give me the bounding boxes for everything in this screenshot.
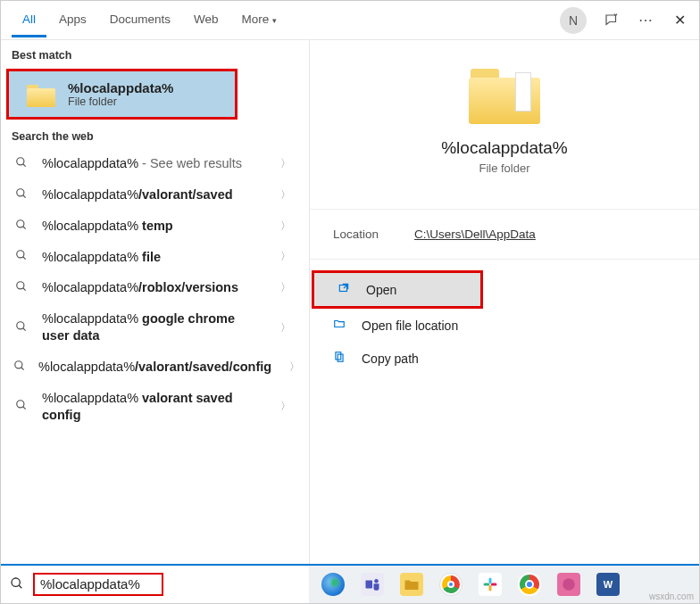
close-icon[interactable]: ✕ xyxy=(671,12,688,29)
watermark: wsxdn.com xyxy=(649,592,694,601)
svg-point-4 xyxy=(17,219,24,227)
best-match-result[interactable]: %localappdata% File folder xyxy=(6,69,238,120)
action-copy-path[interactable]: Copy path xyxy=(310,342,699,375)
svg-line-3 xyxy=(23,195,26,198)
location-row: Location C:\Users\Dell\AppData xyxy=(310,209,699,260)
svg-point-2 xyxy=(17,189,24,196)
copy-icon xyxy=(333,351,347,366)
web-result-row[interactable]: %localappdata% temp〉 xyxy=(1,211,309,242)
search-icon xyxy=(13,320,29,335)
svg-point-14 xyxy=(17,401,24,408)
search-icon xyxy=(13,156,29,171)
tab-apps[interactable]: Apps xyxy=(48,4,97,37)
taskbar-slack-icon[interactable] xyxy=(479,573,502,596)
svg-line-15 xyxy=(23,407,26,410)
chevron-right-icon[interactable]: 〉 xyxy=(275,399,296,414)
folder-icon-large xyxy=(469,65,540,124)
more-options-icon[interactable]: ⋯ xyxy=(637,12,654,29)
tab-documents[interactable]: Documents xyxy=(99,4,181,37)
taskbar-edge-icon[interactable] xyxy=(321,573,345,596)
chevron-right-icon[interactable]: 〉 xyxy=(275,219,296,234)
svg-line-7 xyxy=(23,257,26,260)
action-open-label: Open xyxy=(366,283,396,297)
bottom-bar: W xyxy=(1,564,699,603)
result-text: %localappdata% temp xyxy=(42,218,262,235)
web-result-row[interactable]: %localappdata%/roblox/versions〉 xyxy=(1,272,309,303)
svg-rect-25 xyxy=(489,585,492,592)
chevron-right-icon[interactable]: 〉 xyxy=(275,280,296,295)
preview-panel: %localappdata% File folder Location C:\U… xyxy=(309,40,699,564)
result-text: %localappdata% google chrome user data xyxy=(42,310,262,344)
search-icon xyxy=(13,187,29,203)
svg-rect-23 xyxy=(489,578,492,584)
tab-more[interactable]: More▾ xyxy=(231,4,288,37)
svg-line-5 xyxy=(23,226,26,228)
best-match-label: Best match xyxy=(1,40,309,67)
top-tabs-bar: All Apps Documents Web More▾ N ⋯ ✕ xyxy=(1,1,699,40)
taskbar-explorer-icon[interactable] xyxy=(400,573,423,596)
taskbar-chrome-icon[interactable] xyxy=(439,573,462,596)
web-result-row[interactable]: %localappdata% valorant saved config〉 xyxy=(1,383,309,431)
svg-point-27 xyxy=(562,578,575,591)
result-text: %localappdata% file xyxy=(42,249,262,266)
scope-tabs: All Apps Documents Web More▾ xyxy=(12,4,288,37)
search-input[interactable] xyxy=(40,576,156,592)
svg-point-10 xyxy=(17,321,24,328)
svg-point-8 xyxy=(17,282,24,289)
svg-rect-24 xyxy=(484,583,490,586)
chevron-right-icon[interactable]: 〉 xyxy=(275,156,296,171)
web-result-row[interactable]: %localappdata%/valorant/saved〉 xyxy=(1,179,309,211)
search-web-label: Search the web xyxy=(1,121,309,148)
web-result-row[interactable]: %localappdata% - See web results〉 xyxy=(1,148,309,179)
action-copy-path-label: Copy path xyxy=(362,352,419,366)
taskbar: W xyxy=(309,566,699,603)
chevron-right-icon[interactable]: 〉 xyxy=(275,187,296,203)
result-text: %localappdata%/valorant/saved xyxy=(42,186,262,203)
svg-rect-21 xyxy=(366,581,373,589)
folder-location-icon xyxy=(333,318,347,333)
result-text: %localappdata% - See web results xyxy=(42,155,262,172)
folder-icon xyxy=(27,82,55,107)
chevron-right-icon[interactable]: 〉 xyxy=(275,249,296,264)
chevron-right-icon[interactable]: 〉 xyxy=(284,360,305,375)
web-results-list: %localappdata% - See web results〉%locala… xyxy=(1,148,309,430)
action-open[interactable]: Open xyxy=(314,273,480,306)
taskbar-teams-icon[interactable] xyxy=(361,573,384,596)
results-panel: Best match %localappdata% File folder Se… xyxy=(1,40,309,564)
web-result-row[interactable]: %localappdata% file〉 xyxy=(1,242,309,273)
web-result-row[interactable]: %localappdata%/valorant/saved/config〉 xyxy=(1,352,309,383)
best-match-subtitle: File folder xyxy=(68,95,173,108)
svg-line-9 xyxy=(23,288,26,291)
result-text: %localappdata%/roblox/versions xyxy=(42,279,262,296)
svg-point-6 xyxy=(17,251,24,258)
svg-point-0 xyxy=(17,158,24,165)
search-icon xyxy=(13,399,29,414)
preview-actions: Open Open file location Copy path xyxy=(310,270,699,375)
web-result-row[interactable]: %localappdata% google chrome user data〉 xyxy=(1,303,309,352)
taskbar-chrome2-icon[interactable] xyxy=(518,573,541,596)
search-icon xyxy=(10,576,24,593)
taskbar-word-icon[interactable]: W xyxy=(596,573,620,596)
action-open-location[interactable]: Open file location xyxy=(310,309,699,342)
user-avatar[interactable]: N xyxy=(560,7,587,34)
svg-line-11 xyxy=(23,327,26,330)
open-icon xyxy=(338,282,352,297)
location-link[interactable]: C:\Users\Dell\AppData xyxy=(414,228,536,241)
search-icon xyxy=(13,219,29,234)
svg-point-19 xyxy=(12,578,20,586)
tab-all[interactable]: All xyxy=(12,4,46,37)
tab-web[interactable]: Web xyxy=(183,4,229,37)
chevron-down-icon: ▾ xyxy=(272,16,277,25)
action-open-location-label: Open file location xyxy=(362,319,458,333)
search-icon xyxy=(13,360,26,375)
search-icon xyxy=(13,280,29,295)
taskbar-app-icon[interactable] xyxy=(557,573,580,596)
chevron-right-icon[interactable]: 〉 xyxy=(275,320,296,335)
result-text: %localappdata% valorant saved config xyxy=(42,390,262,424)
feedback-icon[interactable] xyxy=(603,12,621,29)
svg-line-13 xyxy=(21,368,24,370)
best-match-title: %localappdata% xyxy=(68,80,173,95)
best-match-text: %localappdata% File folder xyxy=(68,80,173,108)
svg-line-20 xyxy=(19,585,21,588)
svg-point-12 xyxy=(15,361,22,368)
